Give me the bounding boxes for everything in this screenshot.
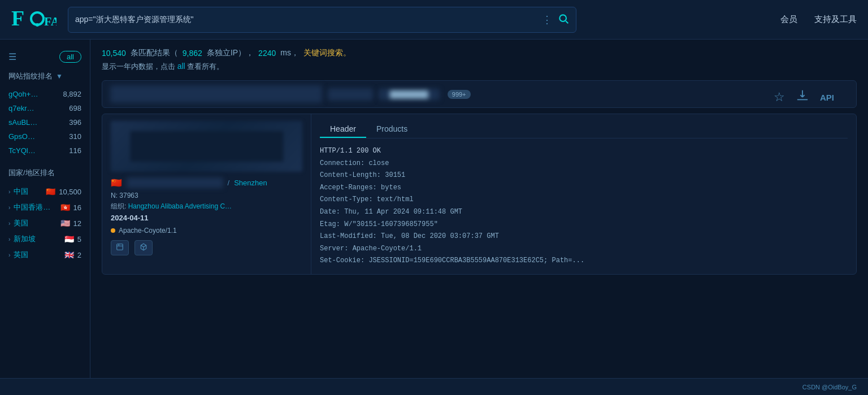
- time-value: 2240: [258, 49, 276, 58]
- card-org-link[interactable]: Hangzhou Alibaba Advertising C…: [128, 202, 232, 210]
- header-line: Etag: W/"30151-1607396857955": [320, 219, 848, 231]
- header-value: 30151: [385, 171, 405, 179]
- card-city-link[interactable]: Shenzhen: [234, 179, 267, 187]
- funnel-icon[interactable]: ▼: [56, 72, 63, 80]
- fingerprint-label: TcYQl…: [8, 146, 36, 155]
- fingerprint-list: gQoh+… 8,892 q7ekr… 698 sAuBL… 396 GpsO……: [8, 87, 81, 158]
- result-port[interactable]: ████: [328, 88, 373, 101]
- card-domain[interactable]: ████████████: [127, 177, 223, 188]
- country-item[interactable]: › 英国 🇬🇧 2: [8, 247, 81, 263]
- logo[interactable]: F FA: [11, 7, 57, 32]
- content-area: 10,540 条匹配结果（ 9,862 条独立IP）， 2240 ms， 关键词…: [90, 40, 868, 378]
- fingerprint-label: gQoh+…: [8, 90, 38, 98]
- header-line: Last-Modified: Tue, 08 Dec 2020 03:07:37…: [320, 231, 848, 243]
- country-count: 16: [73, 203, 81, 212]
- api-button[interactable]: API: [820, 93, 834, 102]
- keyword-search-link[interactable]: 关键词搜索。: [303, 48, 351, 58]
- header-key: Last-Modified:: [320, 232, 377, 240]
- card-icons: [111, 240, 302, 255]
- fingerprint-item[interactable]: TcYQl… 116: [8, 144, 81, 158]
- country-item[interactable]: › 中国香港… 🇭🇰 16: [8, 199, 81, 215]
- 3d-icon-btn[interactable]: [134, 240, 153, 255]
- country-flag-icon: 🇭🇰: [60, 203, 70, 212]
- unique-ip-count: 9,862: [183, 49, 202, 58]
- filter-icon[interactable]: ☰: [8, 51, 16, 62]
- card-screenshot[interactable]: [111, 121, 302, 172]
- svg-point-1: [31, 12, 44, 25]
- header-value: W/"30151-1607396857955": [344, 220, 438, 228]
- svg-text:F: F: [11, 7, 24, 30]
- fingerprint-count: 698: [69, 104, 81, 112]
- footer: CSDN @OidBoy_G: [0, 378, 868, 395]
- results-header: 10,540 条匹配结果（ 9,862 条独立IP）， 2240 ms， 关键词…: [102, 48, 857, 58]
- search-options-icon[interactable]: ⋮: [542, 14, 552, 26]
- member-link[interactable]: 会员: [780, 14, 797, 25]
- fingerprint-item[interactable]: GpsO… 310: [8, 129, 81, 144]
- support-link[interactable]: 支持及工具: [814, 14, 857, 25]
- header-value: bytes: [381, 184, 401, 192]
- country-count: 2: [77, 251, 81, 259]
- header-value: close: [368, 159, 389, 167]
- fingerprint-label: q7ekr…: [8, 104, 34, 112]
- header-value: Tue, 08 Dec 2020 03:07:37 GMT: [381, 232, 499, 240]
- tab-header[interactable]: Header: [320, 121, 366, 138]
- fingerprint-label: GpsO…: [8, 132, 35, 141]
- search-input[interactable]: [75, 15, 542, 24]
- country-count: 10,500: [59, 188, 81, 196]
- country-item[interactable]: › 美国 🇺🇸 12: [8, 215, 81, 231]
- country-flag-icon: 🇸🇬: [64, 235, 74, 244]
- header-value: Thu, 11 Apr 2024 09:11:48 GMT: [344, 208, 462, 216]
- results-subtext: 显示一年内数据，点击 all 查看所有。: [102, 62, 857, 72]
- all-results-link[interactable]: all: [177, 62, 185, 71]
- country-name: 英国: [14, 250, 60, 260]
- card-right: Header Products HTTP/1.1 200 OKConnectio…: [311, 114, 856, 274]
- fingerprint-label: sAuBL…: [8, 118, 37, 127]
- country-flag-icon: 🇺🇸: [60, 219, 70, 228]
- card-date: 2024-04-11: [111, 214, 302, 222]
- all-badge[interactable]: all: [59, 51, 81, 63]
- header-key: Content-Length:: [320, 171, 381, 179]
- svg-line-5: [566, 21, 568, 23]
- header-line: Date: Thu, 11 Apr 2024 09:11:48 GMT: [320, 206, 848, 219]
- header-line: Connection: close: [320, 158, 848, 170]
- country-item[interactable]: › 中国 🇨🇳 10,500: [8, 184, 81, 199]
- download-button[interactable]: [796, 89, 809, 105]
- fingerprint-count: 8,892: [63, 90, 81, 98]
- china-flag-icon: 🇨🇳: [111, 177, 122, 188]
- result-ip[interactable]: ██████████████████: [110, 85, 322, 103]
- fingerprint-item[interactable]: q7ekr… 698: [8, 101, 81, 115]
- search-button[interactable]: [558, 13, 569, 26]
- fingerprint-item[interactable]: gQoh+… 8,892: [8, 87, 81, 101]
- country-name: 新加坡: [14, 234, 60, 244]
- country-item[interactable]: › 新加坡 🇸🇬 5: [8, 231, 81, 247]
- tab-products[interactable]: Products: [366, 121, 418, 138]
- country-name: 中国香港…: [14, 202, 57, 212]
- header-key: Date:: [320, 208, 340, 216]
- main: ☰ all 网站指纹排名 ▼ gQoh+… 8,892 q7ekr… 698 s…: [0, 40, 868, 378]
- result-tag[interactable]: ████████: [379, 89, 440, 100]
- fingerprint-section-title: 网站指纹排名 ▼: [8, 71, 81, 81]
- header-line: Accept-Ranges: bytes: [320, 182, 848, 194]
- star-button[interactable]: ☆: [774, 90, 785, 105]
- result-top-bar: ██████████████████ ████ ████████ 999+: [102, 80, 857, 108]
- server-dot-icon: [111, 228, 115, 233]
- svg-rect-6: [117, 244, 123, 250]
- country-section-title: 国家/地区排名: [8, 168, 81, 178]
- fingerprint-item[interactable]: sAuBL… 396: [8, 115, 81, 129]
- screenshot-icon-btn[interactable]: [111, 240, 129, 255]
- chevron-icon: ›: [8, 236, 10, 242]
- country-name: 中国: [14, 186, 42, 197]
- country-list: › 中国 🇨🇳 10,500 › 中国香港… 🇭🇰 16 › 美国 🇺🇸 12 …: [8, 184, 81, 263]
- country-flag-icon: 🇨🇳: [46, 187, 55, 196]
- results-count: 10,540: [102, 49, 126, 58]
- server-label: Apache-Coyote/1.1: [119, 227, 177, 235]
- tabs: Header Products: [320, 121, 848, 138]
- chevron-icon: ›: [8, 220, 10, 227]
- search-bar[interactable]: ⋮: [68, 7, 576, 33]
- fingerprint-count: 310: [69, 132, 81, 141]
- country-count: 12: [73, 219, 81, 228]
- country-flag-icon: 🇬🇧: [64, 250, 74, 259]
- header: F FA ⋮ 会员 支持及工具: [0, 0, 868, 40]
- separator: /: [228, 179, 230, 187]
- header-key: Accept-Ranges:: [320, 184, 377, 192]
